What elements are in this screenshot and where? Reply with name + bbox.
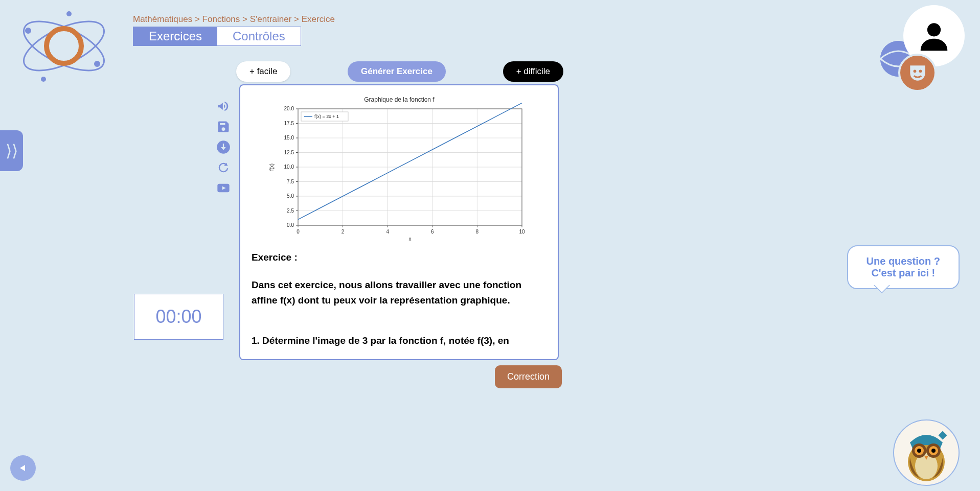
svg-text:10: 10: [519, 229, 525, 235]
svg-point-4: [94, 61, 100, 67]
svg-text:10.0: 10.0: [284, 164, 294, 170]
svg-text:5.0: 5.0: [287, 193, 294, 199]
tab-exercices[interactable]: Exercices: [133, 27, 217, 45]
svg-text:4: 4: [386, 229, 389, 235]
chart-container: Graphique de la fonction f02468100.02.55…: [252, 95, 546, 243]
svg-text:20.0: 20.0: [284, 106, 294, 111]
play-icon: [216, 181, 231, 195]
tab-controles[interactable]: Contrôles: [217, 27, 301, 45]
exercise-panel[interactable]: Graphique de la fonction f02468100.02.55…: [239, 84, 559, 360]
breadcrumb-page[interactable]: Exercice: [302, 14, 335, 24]
breadcrumb[interactable]: Mathématiques > Fonctions > S'entrainer …: [133, 14, 335, 25]
assistant-owl-avatar[interactable]: [893, 419, 960, 486]
back-button[interactable]: [10, 455, 36, 481]
help-line-1: Une question ?: [867, 255, 940, 267]
svg-text:0: 0: [297, 229, 300, 235]
svg-text:7.5: 7.5: [287, 179, 294, 184]
timer-value: 00:00: [155, 306, 201, 328]
timer-display: 00:00: [134, 294, 223, 340]
svg-text:2.5: 2.5: [287, 208, 294, 214]
theater-badge[interactable]: [898, 54, 937, 92]
help-line-2: C'est par ici !: [867, 267, 940, 279]
exercise-question-1: 1. Détermine l'image de 3 par la fonctio…: [252, 333, 546, 348]
speak-button[interactable]: [215, 98, 232, 114]
svg-point-7: [927, 23, 941, 36]
svg-point-9: [913, 69, 916, 73]
play-left-icon: [17, 462, 29, 474]
difficulty-row: + facile Générer Exercice + difficile: [236, 61, 563, 82]
svg-text:17.5: 17.5: [284, 121, 294, 126]
tool-column: [215, 98, 232, 196]
mode-tabs: Exercices Contrôles: [133, 27, 301, 46]
refresh-button[interactable]: [215, 159, 232, 176]
svg-point-10: [919, 69, 922, 73]
svg-point-72: [917, 449, 921, 453]
save-icon: [216, 120, 231, 134]
help-bubble[interactable]: Une question ? C'est par ici !: [847, 245, 960, 289]
breadcrumb-course[interactable]: Mathématiques: [133, 14, 192, 24]
owl-icon: [896, 422, 957, 483]
theater-masks-icon: [906, 62, 929, 84]
breadcrumb-topic[interactable]: Fonctions: [202, 14, 240, 24]
app-logo[interactable]: [13, 8, 115, 84]
svg-text:0.0: 0.0: [287, 222, 294, 228]
svg-text:12.5: 12.5: [284, 150, 294, 155]
svg-text:6: 6: [431, 229, 434, 235]
download-icon: [216, 140, 231, 154]
function-chart: Graphique de la fonction f02468100.02.55…: [266, 95, 532, 243]
exercise-intro: Dans cet exercice, nous allons travaille…: [252, 277, 546, 309]
generate-exercise-button[interactable]: Générer Exercice: [348, 61, 446, 82]
svg-point-73: [931, 449, 936, 453]
svg-text:15.0: 15.0: [284, 135, 294, 141]
svg-point-2: [47, 29, 81, 63]
correction-button[interactable]: Correction: [495, 365, 562, 388]
svg-point-3: [25, 28, 31, 34]
chevron-right-double-icon: ⟩⟩: [6, 141, 18, 160]
profile-cluster: [903, 5, 965, 66]
svg-point-5: [66, 11, 72, 16]
svg-text:f(x) = 2x + 1: f(x) = 2x + 1: [314, 114, 339, 119]
breadcrumb-section[interactable]: S'entrainer: [250, 14, 292, 24]
svg-rect-67: [939, 431, 947, 440]
harder-button[interactable]: + difficile: [503, 61, 563, 82]
expand-sidebar-button[interactable]: ⟩⟩: [0, 130, 23, 171]
user-icon: [916, 18, 952, 54]
easier-button[interactable]: + facile: [236, 61, 290, 82]
play-button[interactable]: [215, 180, 232, 196]
svg-text:f(x): f(x): [269, 163, 275, 171]
save-button[interactable]: [215, 119, 232, 135]
svg-text:8: 8: [475, 229, 478, 235]
svg-point-6: [41, 77, 46, 82]
svg-text:Graphique de la fonction f: Graphique de la fonction f: [364, 96, 435, 103]
exercise-heading: Exercice :: [252, 252, 546, 263]
svg-text:2: 2: [341, 229, 344, 235]
megaphone-icon: [216, 99, 231, 113]
refresh-icon: [216, 160, 231, 175]
svg-text:x: x: [408, 236, 411, 242]
download-button[interactable]: [215, 139, 232, 155]
